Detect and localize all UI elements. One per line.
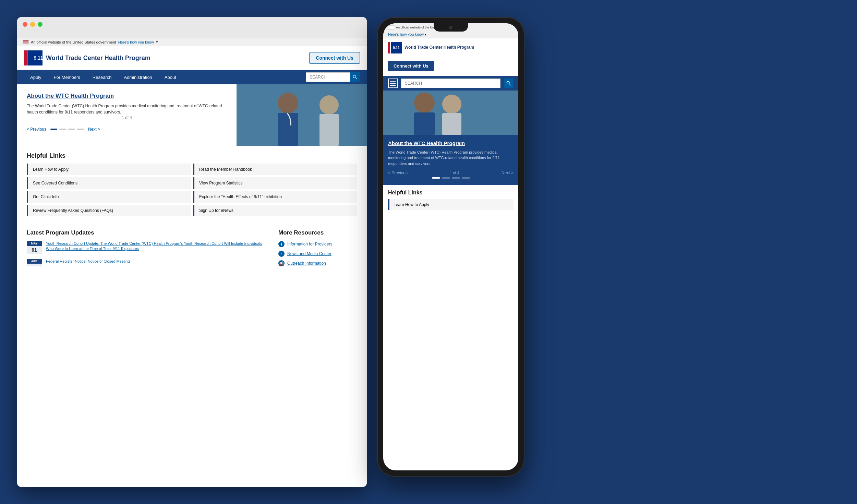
logo-area: 9.11 World Trade Center Health Program — [24, 50, 150, 65]
hero-title[interactable]: About the WTC Health Program — [27, 93, 227, 99]
nine-eleven-badge: 9.11 — [24, 50, 43, 65]
phone-next[interactable]: Next > — [502, 170, 514, 175]
date-day-apr — [27, 264, 42, 266]
phone-helpful-links: Helpful Links Learn How to Apply — [383, 185, 518, 217]
hamburger-line-1 — [390, 81, 396, 82]
hero-dots — [50, 129, 84, 130]
nav-for-members[interactable]: For Members — [48, 70, 86, 84]
phone-hero-title[interactable]: About the WTC Health Program — [388, 140, 514, 147]
badge-text: 9.11 — [31, 50, 46, 65]
link-faqs[interactable]: Review Frequently Asked Questions (FAQs) — [27, 205, 191, 216]
phone-search-button[interactable] — [504, 79, 514, 88]
update-link-apr[interactable]: Federal Register Notice: Notice of Close… — [46, 259, 130, 266]
search-button[interactable] — [350, 72, 360, 82]
browser-maximize-dot[interactable] — [38, 22, 43, 27]
phone-nav-bar — [383, 76, 518, 91]
hero-dot-4[interactable] — [77, 129, 84, 130]
date-badge-may: MAY 01 — [27, 241, 42, 254]
phone-hero-nav: < Previous 1 of 4 Next > — [388, 170, 514, 175]
phone-hero-image — [383, 91, 518, 135]
phone-logo-badge: 9.11 — [388, 42, 402, 53]
update-item-may: MAY 01 Youth Research Cohort Update: The… — [27, 241, 268, 254]
phone-connect-section: Connect with Us — [383, 57, 518, 76]
gov-banner: An official website of the United States… — [17, 38, 367, 46]
search-input[interactable] — [306, 72, 350, 82]
phone-screen: An official website of the United States… — [383, 23, 518, 470]
helpful-links-section: Helpful Links Learn How to Apply Read th… — [17, 146, 367, 223]
hero-dot-1[interactable] — [50, 129, 57, 130]
resource-outreach-label: Outreach Information — [287, 261, 326, 266]
nav-apply[interactable]: Apply — [24, 70, 48, 84]
resource-news[interactable]: ≡ News and Media Center — [278, 251, 357, 257]
link-enews[interactable]: Sign Up for eNews — [193, 205, 357, 216]
phone-dots — [388, 177, 514, 180]
phone-dot-2[interactable] — [442, 177, 450, 179]
phone-link-learn-apply[interactable]: Learn How to Apply — [388, 199, 514, 210]
bottom-section: Latest Program Updates MAY 01 Youth Rese… — [17, 223, 367, 278]
gov-banner-text: An official website of the United States… — [31, 40, 116, 44]
browser-window: An official website of the United States… — [17, 17, 367, 487]
link-program-statistics[interactable]: View Program Statistics — [193, 177, 357, 189]
link-clinic-info[interactable]: Get Clinic Info — [27, 191, 191, 203]
svg-line-1 — [356, 78, 357, 79]
date-month-apr: APR — [27, 259, 42, 264]
resource-providers[interactable]: ℹ Information for Providers — [278, 241, 357, 247]
phone-connect-button[interactable]: Connect with Us — [388, 61, 434, 71]
phone-device: An official website of the United States… — [377, 17, 524, 477]
search-area — [306, 72, 360, 82]
link-health-effects[interactable]: Explore the "Health Effects of 9/11" exh… — [193, 191, 357, 203]
nav-about[interactable]: About — [158, 70, 182, 84]
phone-flag-icon — [388, 25, 394, 29]
nav-research[interactable]: Research — [86, 70, 118, 84]
links-grid: Learn How to Apply Read the Member Handb… — [27, 164, 357, 216]
browser-close-dot[interactable] — [23, 22, 27, 27]
gov-arrow: ▾ — [156, 40, 158, 44]
date-day-may: 01 — [27, 246, 42, 254]
browser-content: An official website of the United States… — [17, 38, 367, 487]
date-badge-apr: APR — [27, 259, 42, 266]
phone-dot-3[interactable] — [452, 177, 460, 179]
link-covered-conditions[interactable]: See Covered Conditions — [27, 177, 191, 189]
hero-image — [237, 84, 367, 146]
updates-title: Latest Program Updates — [27, 229, 268, 236]
link-learn-apply[interactable]: Learn How to Apply — [27, 164, 191, 175]
nav-administration[interactable]: Administration — [118, 70, 158, 84]
date-month-may: MAY — [27, 241, 42, 246]
phone-dot-4[interactable] — [462, 177, 470, 179]
hero-navigation: < Previous Next > — [27, 127, 227, 132]
latest-updates-section: Latest Program Updates MAY 01 Youth Rese… — [27, 229, 268, 271]
browser-minimize-dot[interactable] — [30, 22, 35, 27]
link-member-handbook[interactable]: Read the Member Handbook — [193, 164, 357, 175]
site-header: 9.11 World Trade Center Health Program C… — [17, 46, 367, 70]
svg-point-10 — [507, 81, 509, 84]
hero-prev[interactable]: < Previous — [27, 127, 46, 132]
hamburger-line-2 — [390, 83, 396, 84]
hero-next[interactable]: Next > — [88, 127, 100, 132]
browser-chrome — [17, 17, 367, 38]
hero-dot-2[interactable] — [59, 129, 66, 130]
svg-rect-17 — [383, 91, 518, 135]
update-link-may[interactable]: Youth Research Cohort Update: The World … — [46, 241, 268, 254]
hamburger-menu-icon[interactable] — [388, 79, 398, 88]
us-flag-icon — [23, 40, 29, 44]
phone-helpful-links-title: Helpful Links — [388, 190, 514, 196]
main-nav: Apply For Members Research Administratio… — [17, 70, 367, 84]
connect-button[interactable]: Connect with Us — [309, 52, 360, 64]
helpful-links-title: Helpful Links — [27, 152, 357, 159]
phone-gov-link[interactable]: Here's how you know — [388, 32, 424, 36]
hero-dot-3[interactable] — [68, 129, 75, 130]
news-icon: ≡ — [278, 251, 285, 257]
gov-link[interactable]: Here's how you know — [118, 40, 154, 44]
phone-hero-overlay: About the WTC Health Program The World T… — [383, 135, 518, 185]
site-title: World Trade Center Health Program — [46, 55, 150, 62]
resource-news-label: News and Media Center — [287, 251, 331, 256]
phone-search-input[interactable] — [401, 79, 500, 88]
resource-providers-label: Information for Providers — [287, 242, 332, 247]
phone-camera — [449, 26, 452, 29]
resources-title: More Resources — [278, 229, 357, 236]
phone-prev[interactable]: < Previous — [388, 170, 408, 175]
phone-dot-1[interactable] — [432, 177, 440, 179]
resource-outreach[interactable]: 📢 Outreach Information — [278, 260, 357, 266]
outreach-icon: 📢 — [278, 260, 285, 266]
info-icon: ℹ — [278, 241, 285, 247]
